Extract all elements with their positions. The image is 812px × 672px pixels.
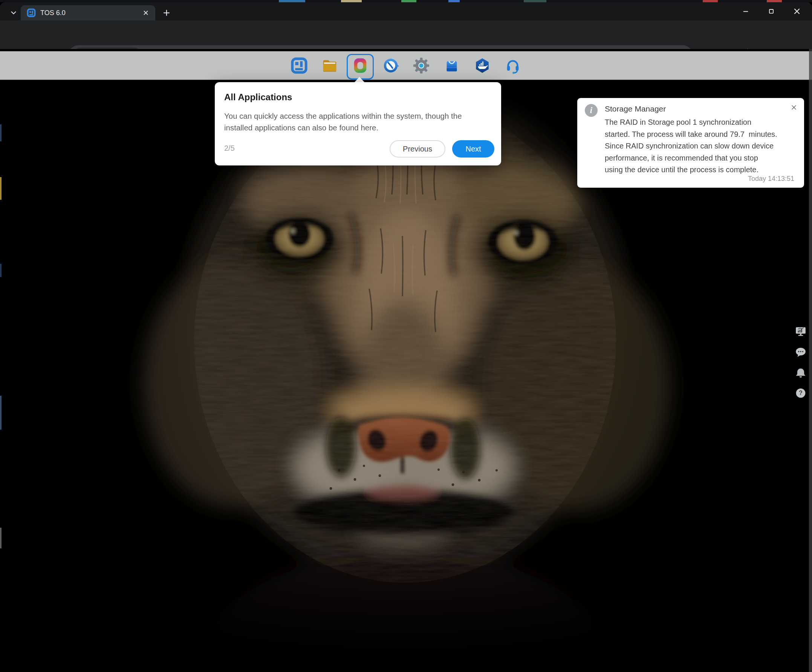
question-mark-icon: ? — [795, 387, 806, 399]
taskbar-icon-support[interactable] — [504, 57, 522, 74]
taskbar-icon-file-manager[interactable] — [321, 57, 338, 74]
background-screen-edge — [0, 177, 2, 200]
bell-icon — [795, 368, 806, 379]
taskbar-icon-control-panel[interactable] — [413, 57, 430, 74]
feedback-button[interactable] — [795, 347, 806, 358]
info-icon: i — [585, 104, 598, 117]
taskbar-icon-docker[interactable] — [474, 57, 491, 74]
previous-button[interactable]: Previous — [390, 140, 445, 157]
close-icon — [142, 9, 149, 16]
tab-title: TOS 6.0 — [40, 9, 140, 17]
gear-icon — [413, 57, 430, 74]
taskbar-icon-tos-logo[interactable] — [290, 57, 308, 74]
tos-favicon — [27, 8, 36, 17]
browser-window: TOS 6.0 — [0, 2, 812, 672]
page-scrollbar[interactable] — [809, 49, 812, 672]
notification-timestamp: Today 14:13:51 — [748, 175, 794, 183]
svg-text:?: ? — [799, 389, 803, 396]
notification-title: Storage Manager — [605, 104, 666, 113]
close-icon — [790, 104, 798, 111]
backup-clock-icon — [382, 57, 399, 74]
window-minimize-button[interactable] — [734, 3, 758, 20]
notification-close-button[interactable] — [789, 103, 799, 112]
chevron-down-icon — [9, 8, 19, 18]
taskbar-icon-app-center[interactable] — [443, 57, 461, 74]
all-applications-highlight — [347, 54, 374, 80]
new-tab-button[interactable] — [160, 6, 173, 20]
tour-popup: All Applications You can quickly access … — [215, 82, 501, 166]
system-monitor-icon — [795, 326, 806, 337]
tour-popup-caret — [354, 77, 365, 82]
tour-popup-title: All Applications — [224, 92, 292, 103]
folder-icon — [321, 57, 338, 74]
tos-desktop-page: All Applications You can quickly access … — [0, 49, 812, 672]
window-close-button[interactable] — [785, 3, 809, 20]
browser-toolbar: Не защищено tnas.local:8181/tos/#/deskto… — [0, 21, 812, 50]
tab-close-button[interactable] — [140, 7, 152, 19]
maximize-icon — [767, 7, 775, 15]
screenshot-root: TOS 6.0 — [0, 0, 812, 672]
background-screen-edge — [0, 124, 2, 141]
browser-tab[interactable]: TOS 6.0 — [21, 5, 155, 21]
background-screen-edge — [0, 528, 2, 548]
background-screen-edge — [0, 396, 2, 430]
window-maximize-button[interactable] — [759, 3, 783, 20]
browser-tabstrip: TOS 6.0 — [0, 2, 812, 21]
tos-logo-icon — [290, 57, 308, 74]
next-button[interactable]: Next — [452, 140, 495, 157]
plus-icon — [162, 8, 171, 17]
background-screen-edge — [0, 264, 2, 277]
tour-popup-body: You can quickly access the applications … — [224, 110, 493, 133]
tos-taskbar — [0, 51, 812, 80]
tour-step-indicator: 2/5 — [224, 144, 235, 153]
headset-icon — [504, 57, 522, 74]
notifications-button[interactable] — [795, 368, 806, 379]
system-monitor-button[interactable] — [795, 326, 806, 337]
help-button[interactable]: ? — [795, 387, 806, 399]
chat-bubble-icon — [795, 347, 806, 358]
notification-message: The RAID in Storage pool 1 synchronizati… — [605, 116, 798, 176]
shopping-bag-icon — [443, 57, 461, 74]
minimize-icon — [742, 7, 750, 15]
taskbar-icon-backup[interactable] — [382, 57, 399, 74]
notification-panel: i Storage Manager The RAID in Storage po… — [577, 98, 804, 188]
tab-search-button[interactable] — [7, 6, 20, 20]
close-icon — [792, 7, 802, 16]
docker-icon — [474, 57, 491, 74]
